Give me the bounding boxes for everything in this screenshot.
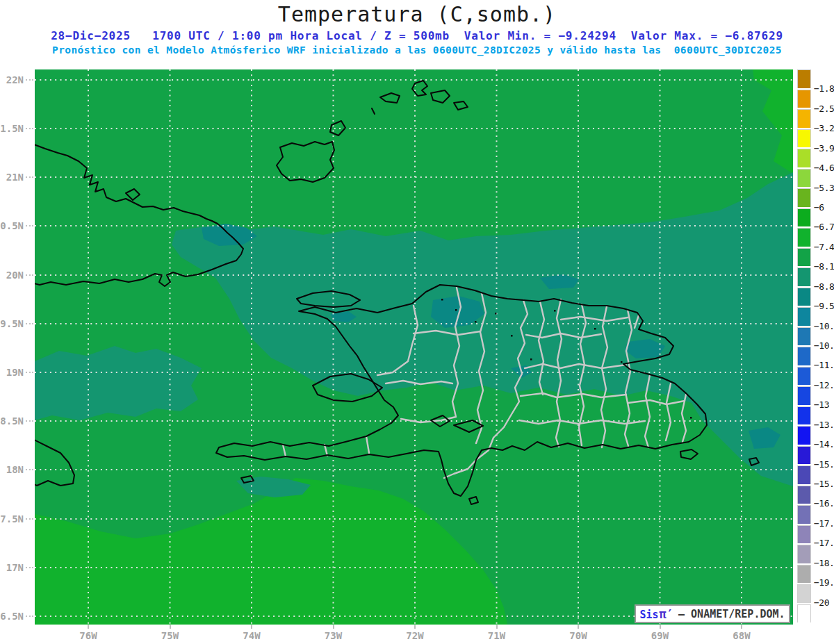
colorbar-tick-label: −19.3: [814, 577, 834, 588]
lat-tick-label: 18N: [0, 463, 24, 476]
colorbar-tick-label: −18.6: [814, 558, 834, 568]
colorbar-segment: [797, 446, 811, 465]
colorbar-tick-label: −10.2: [814, 321, 834, 331]
page-title: Temperatura (C,somb.): [0, 0, 834, 28]
lon-tick-label: 76W: [79, 630, 97, 641]
little-inagua-coast: [330, 121, 345, 135]
lon-tick-label: 69W: [651, 630, 669, 641]
colorbar-segment: [797, 188, 811, 207]
colorbar-segment: [797, 288, 811, 306]
lon-tick-label: 75W: [161, 630, 179, 641]
sispi-logo-text: Sis: [639, 609, 658, 621]
lon-tick-mark: [333, 625, 334, 629]
colorbar-tick-label: −1.8: [814, 83, 834, 94]
colorbar: [797, 69, 811, 622]
colorbar-tick-label: −13: [814, 399, 829, 410]
map-canvas: Sisπ′ – ONAMET/REP.DOM.: [35, 69, 793, 625]
lon-tick-mark: [578, 625, 579, 629]
colorbar-segment: [797, 90, 811, 108]
colorbar-segment: [797, 129, 811, 148]
lat-tick-label: 21N: [0, 171, 24, 183]
colorbar-segment: [797, 327, 811, 346]
forecast-meta-line: 28−Dic−2025 1700 UTC / 1:00 pm Hora Loca…: [0, 29, 834, 42]
colorbar-segment: [797, 604, 811, 623]
lon-tick-mark: [741, 625, 742, 629]
colorbar-tick-label: −4.6: [814, 163, 834, 173]
lat-tick-dots: [26, 567, 33, 568]
colorbar-segment: [797, 109, 811, 128]
lat-tick-dots: [26, 176, 33, 178]
colorbar-tick-label: −8.1: [814, 261, 834, 272]
colorbar-segment: [797, 565, 811, 584]
caicos-islet: [380, 93, 400, 103]
model-info-line: Pronóstico con el Modelo Atmósferico WRF…: [0, 44, 834, 56]
colorbar-tick-label: −15.8: [814, 479, 834, 489]
pi-symbol: π′: [660, 607, 673, 621]
lon-tick-label: 74W: [243, 630, 260, 641]
lat-tick-dots: [26, 225, 33, 226]
lat-tick-label: 0.5N: [0, 220, 24, 232]
colorbar-segment: [797, 208, 811, 227]
jamaica-coast: [35, 438, 74, 486]
colorbar-tick-label: −12.3: [814, 380, 834, 390]
map-svg: [35, 69, 793, 625]
colorbar-tick-label: −13.7: [814, 420, 834, 430]
branding-box: Sisπ′ – ONAMET/REP.DOM.: [635, 604, 790, 623]
temperature-field: [35, 69, 793, 625]
lat-tick-dots: [26, 372, 33, 373]
lat-tick-label: 20N: [0, 269, 24, 281]
colorbar-segment: [797, 149, 811, 167]
colorbar-segment: [797, 367, 811, 386]
caicos-islet: [372, 108, 375, 114]
colorbar-tick-label: −3.9: [814, 143, 834, 154]
agency-label: – ONAMET/REP.DOM.: [678, 608, 785, 620]
colorbar-segment: [797, 545, 811, 563]
colorbar-tick-label: −5.3: [814, 183, 834, 193]
weather-map-screenshot: Temperatura (C,somb.) 28−Dic−2025 1700 U…: [0, 0, 834, 644]
lat-tick-label: 9.5N: [0, 317, 24, 330]
caicos-islet: [412, 81, 427, 96]
lat-tick-dots: [26, 79, 33, 81]
lat-tick-label: 7.5N: [0, 513, 24, 525]
lon-tick-label: 70W: [569, 630, 587, 641]
cuba-islet: [126, 189, 140, 200]
colorbar-segment: [797, 347, 811, 365]
lon-tick-mark: [88, 625, 89, 629]
colorbar-segment: [797, 169, 811, 188]
caicos-islet: [454, 101, 468, 110]
colorbar-tick-label: −20: [814, 597, 829, 608]
colorbar-tick-label: −6: [814, 202, 824, 213]
lat-tick-dots: [26, 274, 33, 276]
colorbar-tick-label: −8.8: [814, 281, 834, 292]
colorbar-tick-label: −10.9: [814, 340, 834, 351]
lat-tick-label: 19N: [0, 366, 24, 379]
lon-tick-label: 71W: [488, 630, 505, 641]
colorbar-tick-label: −11.6: [814, 360, 834, 370]
lat-tick-label: 6.5N: [0, 610, 24, 622]
lon-tick-mark: [170, 625, 171, 629]
colorbar-segment: [797, 426, 811, 445]
lat-tick-dots: [26, 420, 33, 422]
colorbar-segment: [797, 248, 811, 267]
colorbar-tick-label: −9.5: [814, 301, 834, 311]
colorbar-tick-label: −14.4: [814, 439, 834, 449]
lon-tick-mark: [660, 625, 661, 629]
colorbar-tick-label: −17.2: [814, 518, 834, 529]
caicos-islet: [431, 90, 450, 103]
lat-tick-dots: [26, 469, 33, 470]
sispi-logo: Sisπ′: [639, 607, 674, 621]
colorbar-tick-label: −16.5: [814, 498, 834, 509]
colorbar-segment: [797, 505, 811, 524]
colorbar-tick-label: −7.4: [814, 242, 834, 252]
colorbar-tick-label: −6.7: [814, 222, 834, 232]
saona-coast: [680, 449, 698, 459]
lon-tick-label: 72W: [406, 630, 423, 641]
lat-tick-dots: [26, 323, 33, 324]
lat-tick-label: 1.5N: [0, 122, 24, 135]
colorbar-segment: [797, 307, 811, 326]
great-inagua-coast: [277, 142, 334, 182]
lat-tick-label: 8.5N: [0, 415, 24, 427]
colorbar-segment: [797, 486, 811, 504]
lat-tick-dots: [26, 128, 33, 129]
colorbar-segment: [797, 465, 811, 484]
